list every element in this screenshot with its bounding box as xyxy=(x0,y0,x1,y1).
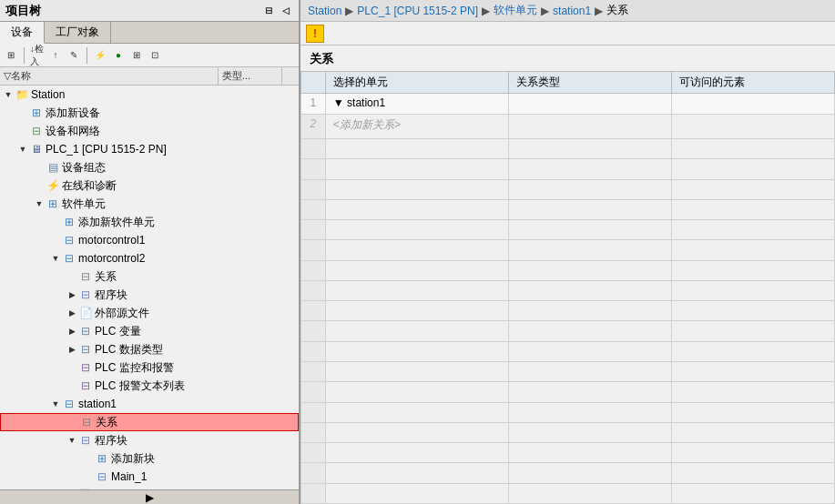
mc2-prog-icon: ⊟ xyxy=(78,287,93,302)
s1-ext-label: 外部源文件 xyxy=(95,488,149,490)
table-row-empty-6 xyxy=(301,199,835,219)
view-icon[interactable]: ⊞ xyxy=(4,48,18,63)
mc2-rel-icon: ⊟ xyxy=(78,269,93,284)
s1-relation-icon: ⊟ xyxy=(79,415,94,429)
plc-icon: 🖥 xyxy=(29,142,44,156)
row1-unit-label: station1 xyxy=(347,96,385,109)
col-rel-type-header: 关系类型 xyxy=(509,72,672,94)
sep-bc2: ▶ xyxy=(482,5,490,17)
tree-item-mc2-prog[interactable]: ▶ ⊟ 程序块 xyxy=(0,286,299,304)
add-sw-label: 添加新软件单元 xyxy=(78,215,155,230)
table-row-1[interactable]: 1 ▼ station1 xyxy=(301,94,835,115)
mc1-icon: ⊟ xyxy=(62,233,76,247)
panel-title: 项目树 ⊟ ◁ xyxy=(0,0,299,22)
tree-item-mc2-plctype[interactable]: ▶ ⊟ PLC 数据类型 xyxy=(0,340,299,358)
tree-item-add-block[interactable]: ⊞ 添加新块 xyxy=(0,449,299,468)
table-row-empty-5 xyxy=(301,179,835,199)
row1-rel-type[interactable] xyxy=(509,94,672,115)
connect-icon[interactable]: ⚡ xyxy=(93,48,107,63)
right-content: 关系 选择的单元 关系类型 可访问的元素 1 ▼ stat xyxy=(300,45,835,504)
sep-bc3: ▶ xyxy=(541,5,549,17)
table-row-2[interactable]: 2 <添加新关系> xyxy=(301,115,835,139)
relation-table: 选择的单元 关系类型 可访问的元素 1 ▼ station1 xyxy=(300,71,835,504)
tree-item-mc2-relation[interactable]: ⊟ 关系 xyxy=(0,267,299,286)
status-green-icon[interactable]: ● xyxy=(111,48,126,63)
tree-item-device-config[interactable]: ▤ 设备组态 xyxy=(0,158,299,176)
mc2-ext-icon: 📄 xyxy=(78,306,93,320)
tree-area[interactable]: ▼ 📁 Station ⊞ 添加新设备 ⊟ 设备和网络 ▼ 🖥 PLC_1 [C… xyxy=(0,86,299,489)
minimize-icon[interactable]: ⊟ xyxy=(261,4,276,18)
tab-factory[interactable]: 工厂对象 xyxy=(45,22,111,43)
tree-item-add-device[interactable]: ⊞ 添加新设备 xyxy=(0,104,299,122)
tree-item-mc2-ext[interactable]: ▶ 📄 外部源文件 xyxy=(0,304,299,322)
tree-item-s1-ext[interactable]: ▶ 📄 外部源文件 xyxy=(0,486,299,489)
checkout-icon[interactable]: ↑ xyxy=(48,48,63,63)
tree-item-station[interactable]: ▼ 📁 Station xyxy=(0,86,299,104)
tree-item-plc1[interactable]: ▼ 🖥 PLC_1 [CPU 1515-2 PN] xyxy=(0,140,299,158)
tree-item-mc2-plcvar[interactable]: ▶ ⊟ PLC 变量 xyxy=(0,322,299,340)
breadcrumb-plc[interactable]: PLC_1 [CPU 1515-2 PN] xyxy=(357,5,478,17)
expand-s1-prog[interactable]: ▼ xyxy=(66,434,78,447)
expand-station1[interactable]: ▼ xyxy=(49,398,62,410)
tree-item-mc2-alarm[interactable]: ⊟ PLC 报警文本列表 xyxy=(0,377,299,395)
tree-item-station1[interactable]: ▼ ⊟ station1 xyxy=(0,395,299,413)
spacer-add-block xyxy=(82,452,95,465)
close-panel-icon[interactable]: ◁ xyxy=(279,4,293,18)
expand-mc2-prog[interactable]: ▶ xyxy=(66,288,78,301)
tree-item-add-sw[interactable]: ⊞ 添加新软件单元 xyxy=(0,213,299,231)
tree-item-online-diag[interactable]: ⚡ 在线和诊断 xyxy=(0,176,299,195)
expand-plc1[interactable]: ▼ xyxy=(16,143,29,156)
expand-mc2-ext[interactable]: ▶ xyxy=(66,307,78,319)
app-container: 项目树 ⊟ ◁ 设备 工厂对象 ⊞ ↓检入 ↑ ✎ ⚡ ● ⊞ ⊡ xyxy=(0,0,835,504)
tree-item-station1-relation[interactable]: ⊟ 关系 xyxy=(0,413,299,431)
row1-accessible[interactable] xyxy=(672,94,835,115)
tab-device[interactable]: 设备 xyxy=(0,22,45,44)
expand-station[interactable]: ▼ xyxy=(2,88,15,101)
edit-icon[interactable]: ✎ xyxy=(66,48,81,63)
s1-prog-icon: ⊟ xyxy=(78,433,93,448)
table-row-empty-4 xyxy=(301,159,835,179)
tree-item-mc2[interactable]: ▼ ⊟ motorcontrol2 xyxy=(0,249,299,267)
table-row-empty-7 xyxy=(301,220,835,240)
tabs-row: 设备 工厂对象 xyxy=(0,22,299,44)
spacer3 xyxy=(33,161,46,174)
sep-bc1: ▶ xyxy=(345,5,353,17)
main1-icon: ⊟ xyxy=(95,469,109,484)
device-config-label: 设备组态 xyxy=(62,160,106,176)
row2-unit-label: <添加新关系> xyxy=(333,118,401,131)
expand-mc2-plcvar[interactable]: ▶ xyxy=(66,325,78,338)
breadcrumb-sw[interactable]: 软件单元 xyxy=(494,3,537,18)
spacer7 xyxy=(66,270,78,283)
row1-unit[interactable]: ▼ station1 xyxy=(325,94,508,115)
table-icon[interactable]: ⊞ xyxy=(129,48,144,63)
settings-icon[interactable]: ⊡ xyxy=(148,48,162,63)
breadcrumb-station[interactable]: Station xyxy=(308,5,341,17)
collapse-arrow[interactable]: ▶ xyxy=(0,489,299,504)
tree-item-mc1[interactable]: ⊟ motorcontrol1 xyxy=(0,231,299,249)
table-row-empty-20 xyxy=(301,483,835,503)
tree-item-mc2-mon[interactable]: ⊟ PLC 监控和报警 xyxy=(0,358,299,377)
mc2-relation-label: 关系 xyxy=(95,269,117,285)
breadcrumb-station1[interactable]: station1 xyxy=(553,5,591,17)
section-title: 关系 xyxy=(300,45,835,71)
table-row-empty-10 xyxy=(301,280,835,300)
diag-icon: ⚡ xyxy=(46,178,60,193)
s1-ext-icon: 📄 xyxy=(78,488,93,489)
mc2-plctype-icon: ⊟ xyxy=(78,342,93,357)
network-icon: ⊟ xyxy=(29,124,44,138)
add-block-icon: ⊞ xyxy=(95,451,109,466)
breadcrumb: Station ▶ PLC_1 [CPU 1515-2 PN] ▶ 软件单元 ▶… xyxy=(300,0,835,22)
tree-item-sw-units[interactable]: ▼ ⊞ 软件单元 xyxy=(0,195,299,213)
mc2-plctype-label: PLC 数据类型 xyxy=(95,342,163,358)
expand-mc2-plctype[interactable]: ▶ xyxy=(66,343,78,356)
expand-mc2[interactable]: ▼ xyxy=(49,252,62,265)
table-row-empty-8 xyxy=(301,240,835,260)
tree-item-dev-network[interactable]: ⊟ 设备和网络 xyxy=(0,122,299,140)
checkin-icon[interactable]: ↓检入 xyxy=(30,48,45,63)
tree-item-main1[interactable]: ⊟ Main_1 xyxy=(0,468,299,486)
table-row-empty-18 xyxy=(301,443,835,463)
expand-sw[interactable]: ▼ xyxy=(33,197,46,210)
tree-item-s1-prog[interactable]: ▼ ⊟ 程序块 xyxy=(0,431,299,449)
expand-s1-ext[interactable]: ▶ xyxy=(66,489,78,489)
row2-unit[interactable]: <添加新关系> xyxy=(325,115,508,139)
